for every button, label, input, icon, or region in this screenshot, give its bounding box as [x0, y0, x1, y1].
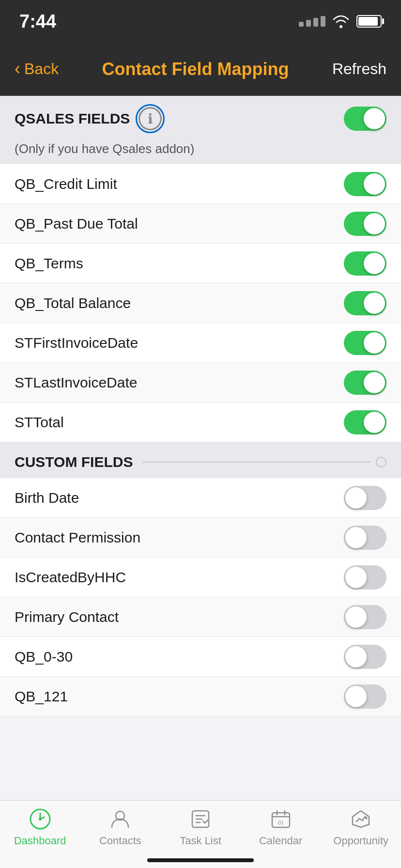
field-toggle[interactable] — [344, 251, 386, 276]
contacts-icon — [108, 806, 133, 832]
status-bar: 7:44 — [0, 0, 401, 43]
field-toggle[interactable] — [344, 291, 386, 315]
tasklist-icon — [188, 806, 213, 832]
qsales-field-row: STFirstInvoiceDate — [0, 323, 401, 363]
custom-field-row: QB_121 — [0, 677, 401, 716]
tab-tasklist-label: Task List — [180, 835, 221, 847]
home-indicator — [147, 858, 254, 862]
qsales-subtitle: (Only if you have Qsales addon) — [0, 139, 401, 164]
back-button[interactable]: ‹ Back — [15, 60, 59, 79]
qsales-title: QSALES FIELDS — [15, 110, 130, 127]
wifi-icon — [332, 15, 350, 28]
svg-text:01: 01 — [278, 820, 284, 825]
field-label: QB_121 — [15, 688, 68, 705]
field-label: Contact Permission — [15, 529, 140, 546]
signal-icon — [299, 16, 325, 27]
qsales-field-row: STTotal — [0, 403, 401, 442]
field-label: QB_Past Due Total — [15, 216, 138, 232]
field-toggle[interactable] — [344, 371, 386, 395]
tab-dashboard-label: Dashboard — [14, 835, 66, 847]
qsales-field-row: STLastInvoiceDate — [0, 363, 401, 403]
tab-calendar-label: Calendar — [259, 835, 302, 847]
field-toggle[interactable] — [344, 645, 386, 669]
field-toggle[interactable] — [344, 212, 386, 236]
qsales-field-row: QB_Credit Limit — [0, 164, 401, 204]
qsales-field-row: QB_Terms — [0, 244, 401, 283]
field-toggle[interactable] — [344, 526, 386, 550]
tab-contacts[interactable]: Contacts — [80, 806, 161, 847]
calendar-icon: 01 — [268, 806, 293, 832]
custom-circle-icon — [376, 457, 386, 467]
svg-point-1 — [39, 818, 42, 821]
field-label: IsCreatedByHHC — [15, 569, 126, 586]
back-chevron-icon: ‹ — [15, 59, 20, 79]
battery-icon — [356, 15, 382, 28]
custom-fields-title: CUSTOM FIELDS — [15, 454, 133, 470]
tab-contacts-label: Contacts — [99, 835, 141, 847]
custom-field-row: Contact Permission — [0, 518, 401, 558]
custom-fields-list: Birth Date Contact Permission IsCreatedB… — [0, 478, 401, 716]
qsales-fields-list: QB_Credit Limit QB_Past Due Total QB_Ter… — [0, 164, 401, 442]
custom-field-row: IsCreatedByHHC — [0, 558, 401, 597]
info-button[interactable]: ℹ — [139, 107, 162, 130]
content-area: QSALES FIELDS ℹ (Only if you have Qsales… — [0, 96, 401, 794]
tab-tasklist[interactable]: Task List — [160, 806, 241, 847]
field-toggle[interactable] — [344, 684, 386, 709]
custom-field-row: QB_0-30 — [0, 637, 401, 677]
field-label: Birth Date — [15, 490, 79, 506]
status-time: 7:44 — [19, 11, 56, 32]
tab-dashboard[interactable]: Dashboard — [0, 806, 80, 847]
dashboard-icon — [28, 806, 53, 832]
field-label: QB_0-30 — [15, 649, 73, 665]
custom-field-row: Birth Date — [0, 478, 401, 518]
qsales-section-header: QSALES FIELDS ℹ — [0, 96, 401, 139]
tab-calendar[interactable]: 01 Calendar — [241, 806, 321, 847]
field-toggle[interactable] — [344, 172, 386, 196]
field-toggle[interactable] — [344, 565, 386, 589]
back-label: Back — [24, 60, 59, 78]
qsales-master-toggle[interactable] — [344, 107, 386, 131]
nav-bar: ‹ Back Contact Field Mapping Refresh — [0, 43, 401, 96]
status-icons — [299, 15, 382, 28]
field-label: QB_Credit Limit — [15, 176, 117, 192]
field-toggle[interactable] — [344, 410, 386, 434]
field-label: STTotal — [15, 414, 64, 431]
field-label: QB_Total Balance — [15, 295, 131, 311]
field-toggle[interactable] — [344, 486, 386, 510]
custom-section-header: CUSTOM FIELDS — [0, 442, 401, 478]
qsales-field-row: QB_Past Due Total — [0, 204, 401, 244]
refresh-button[interactable]: Refresh — [332, 60, 386, 78]
field-toggle[interactable] — [344, 605, 386, 629]
tab-opportunity-label: Opportunity — [333, 835, 388, 847]
field-label: STFirstInvoiceDate — [15, 335, 138, 351]
field-label: Primary Contact — [15, 609, 119, 625]
page-title: Contact Field Mapping — [59, 59, 332, 79]
tab-opportunity[interactable]: Opportunity — [321, 806, 401, 847]
opportunity-icon — [348, 806, 373, 832]
field-toggle[interactable] — [344, 331, 386, 355]
section-divider — [142, 462, 371, 463]
qsales-field-row: QB_Total Balance — [0, 283, 401, 323]
field-label: STLastInvoiceDate — [15, 374, 137, 391]
field-label: QB_Terms — [15, 255, 83, 272]
custom-field-row: Primary Contact — [0, 597, 401, 637]
tab-bar: Dashboard Contacts Task List — [0, 800, 401, 868]
